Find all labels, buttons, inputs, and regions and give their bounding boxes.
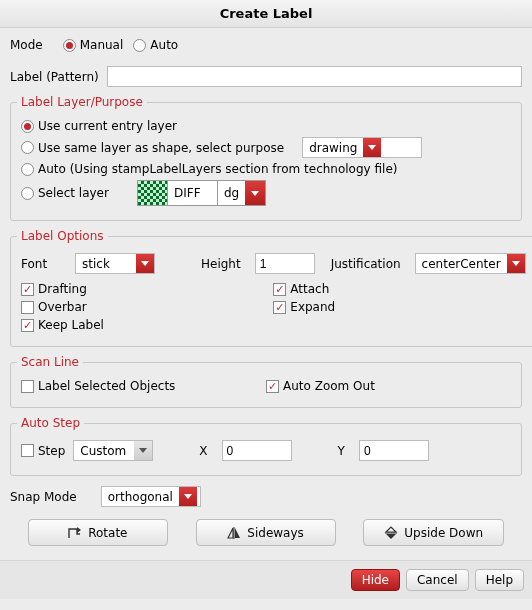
upside-down-button[interactable]: Upside Down xyxy=(363,519,504,546)
sideways-icon xyxy=(227,526,241,540)
step-select[interactable]: Custom xyxy=(73,440,153,461)
upside-down-icon xyxy=(384,526,398,540)
chevron-down-icon xyxy=(134,441,152,460)
checkbox-icon xyxy=(21,301,34,314)
radio-icon xyxy=(133,39,146,52)
checkbox-icon xyxy=(273,283,286,296)
group-auto-step: Auto Step Step Custom X Y xyxy=(10,416,522,476)
check-attach-label: Attach xyxy=(290,282,329,296)
purpose-select[interactable]: drawing xyxy=(302,137,422,158)
radio-auto-tech-label: Auto (Using stampLabelLayers section fro… xyxy=(38,162,397,176)
check-auto-zoom-out-label: Auto Zoom Out xyxy=(283,379,375,393)
purpose-select-value: drawing xyxy=(303,138,363,157)
check-attach[interactable]: Attach xyxy=(273,282,525,296)
justification-select[interactable]: centerCenter xyxy=(415,253,526,274)
font-select[interactable]: stick xyxy=(75,253,155,274)
justification-select-value: centerCenter xyxy=(416,254,507,273)
radio-same-layer-shape[interactable]: Use same layer as shape, select purpose xyxy=(21,141,284,155)
checkbox-icon xyxy=(266,380,279,393)
window-title: Create Label xyxy=(0,0,532,28)
snap-mode-select[interactable]: orthogonal xyxy=(101,486,201,507)
sideways-button[interactable]: Sideways xyxy=(196,519,336,546)
x-input[interactable] xyxy=(222,440,292,461)
chevron-down-icon xyxy=(136,254,154,273)
layer-select[interactable]: DIFF dg xyxy=(137,180,266,206)
group-legend: Label Options xyxy=(17,229,108,243)
check-keep-label[interactable]: Keep Label xyxy=(21,318,273,332)
radio-same-layer-shape-label: Use same layer as shape, select purpose xyxy=(38,141,284,155)
radio-use-current-layer-label: Use current entry layer xyxy=(38,119,177,133)
group-legend: Scan Line xyxy=(17,355,83,369)
height-label: Height xyxy=(201,257,241,271)
check-step[interactable]: Step xyxy=(21,444,65,458)
help-button[interactable]: Help xyxy=(475,569,524,591)
checkbox-icon xyxy=(21,319,34,332)
height-input[interactable] xyxy=(255,253,315,274)
radio-auto-tech[interactable]: Auto (Using stampLabelLayers section fro… xyxy=(21,162,397,176)
group-label-options: Label Options Font stick Height Justific… xyxy=(10,229,532,347)
rotate-button[interactable]: Rotate xyxy=(28,519,168,546)
label-pattern-input[interactable] xyxy=(107,66,522,87)
mode-label: Mode xyxy=(10,38,43,52)
group-label-layer-purpose: Label Layer/Purpose Use current entry la… xyxy=(10,95,522,221)
radio-icon xyxy=(63,39,76,52)
y-input[interactable] xyxy=(359,440,429,461)
check-expand[interactable]: Expand xyxy=(273,300,525,314)
group-scan-line: Scan Line Label Selected Objects Auto Zo… xyxy=(10,355,522,408)
layer-name: DIFF xyxy=(168,181,218,205)
mode-radio-manual[interactable]: Manual xyxy=(63,38,124,52)
group-legend: Label Layer/Purpose xyxy=(17,95,147,109)
checkbox-icon xyxy=(21,283,34,296)
check-expand-label: Expand xyxy=(290,300,335,314)
check-drafting-label: Drafting xyxy=(38,282,87,296)
font-select-value: stick xyxy=(76,254,136,273)
radio-icon xyxy=(21,163,34,176)
rotate-icon xyxy=(68,526,82,540)
step-select-value: Custom xyxy=(74,441,134,460)
chevron-down-icon xyxy=(179,487,197,506)
mode-radio-auto[interactable]: Auto xyxy=(133,38,178,52)
justification-label: Justification xyxy=(331,257,401,271)
upside-down-button-label: Upside Down xyxy=(404,526,483,540)
chevron-down-icon xyxy=(363,138,381,157)
radio-select-layer-label: Select layer xyxy=(38,186,109,200)
radio-icon xyxy=(21,120,34,133)
mode-radio-manual-label: Manual xyxy=(80,38,124,52)
check-keep-label-label: Keep Label xyxy=(38,318,104,332)
check-label-selected-objects-label: Label Selected Objects xyxy=(38,379,175,393)
check-drafting[interactable]: Drafting xyxy=(21,282,273,296)
check-step-label: Step xyxy=(38,444,65,458)
checkbox-icon xyxy=(21,444,34,457)
check-overbar-label: Overbar xyxy=(38,300,87,314)
layer-purpose: dg xyxy=(218,181,245,205)
group-legend: Auto Step xyxy=(17,416,84,430)
x-label: X xyxy=(199,444,207,458)
chevron-down-icon xyxy=(507,254,525,273)
chevron-down-icon xyxy=(245,181,265,205)
cancel-button[interactable]: Cancel xyxy=(406,569,469,591)
y-label: Y xyxy=(338,444,345,458)
radio-use-current-layer[interactable]: Use current entry layer xyxy=(21,119,177,133)
radio-select-layer[interactable]: Select layer xyxy=(21,186,109,200)
font-label: Font xyxy=(21,257,61,271)
hide-button[interactable]: Hide xyxy=(351,569,400,591)
snap-mode-select-value: orthogonal xyxy=(102,487,179,506)
check-overbar[interactable]: Overbar xyxy=(21,300,273,314)
check-auto-zoom-out[interactable]: Auto Zoom Out xyxy=(266,379,511,393)
rotate-button-label: Rotate xyxy=(88,526,127,540)
checkbox-icon xyxy=(21,380,34,393)
radio-icon xyxy=(21,187,34,200)
layer-swatch-icon xyxy=(138,181,168,205)
mode-radio-auto-label: Auto xyxy=(150,38,178,52)
check-label-selected-objects[interactable]: Label Selected Objects xyxy=(21,379,266,393)
checkbox-icon xyxy=(273,301,286,314)
label-pattern-label: Label (Pattern) xyxy=(10,70,99,84)
sideways-button-label: Sideways xyxy=(247,526,303,540)
radio-icon xyxy=(21,141,34,154)
snap-mode-label: Snap Mode xyxy=(10,490,77,504)
